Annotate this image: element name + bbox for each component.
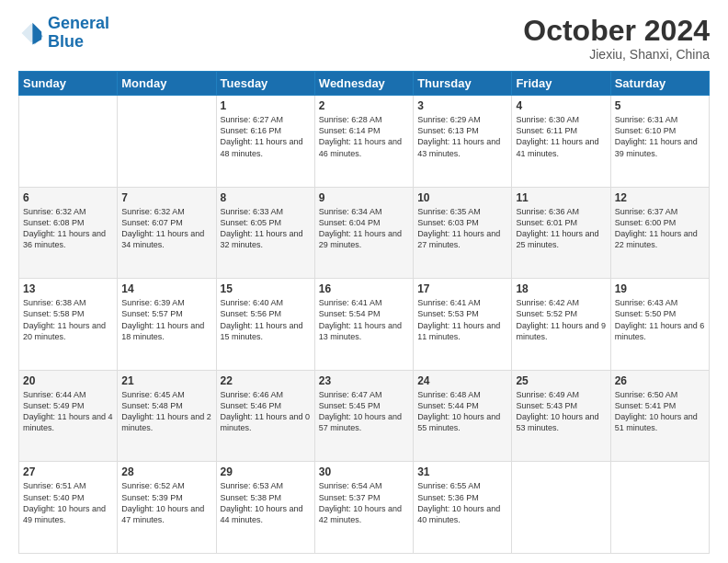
day-number: 13: [23, 282, 113, 295]
day-info: Sunrise: 6:55 AM Sunset: 5:36 PM Dayligh…: [417, 480, 507, 525]
day-info: Sunrise: 6:36 AM Sunset: 6:01 PM Dayligh…: [516, 206, 606, 251]
calendar-cell: 2Sunrise: 6:28 AM Sunset: 6:14 PM Daylig…: [314, 96, 413, 188]
calendar-cell: 12Sunrise: 6:37 AM Sunset: 6:00 PM Dayli…: [610, 187, 709, 279]
day-number: 14: [121, 282, 211, 295]
calendar-cell: 30Sunrise: 6:54 AM Sunset: 5:37 PM Dayli…: [314, 462, 413, 554]
day-info: Sunrise: 6:32 AM Sunset: 6:08 PM Dayligh…: [23, 206, 113, 251]
calendar-cell: 6Sunrise: 6:32 AM Sunset: 6:08 PM Daylig…: [19, 187, 118, 279]
day-info: Sunrise: 6:29 AM Sunset: 6:13 PM Dayligh…: [417, 114, 507, 159]
day-number: 5: [615, 99, 705, 112]
day-info: Sunrise: 6:46 AM Sunset: 5:46 PM Dayligh…: [221, 389, 311, 434]
calendar-cell: [19, 96, 118, 188]
day-info: Sunrise: 6:47 AM Sunset: 5:45 PM Dayligh…: [319, 389, 409, 434]
header: General Blue October 2024 Jiexiu, Shanxi…: [18, 15, 710, 62]
page: General Blue October 2024 Jiexiu, Shanxi…: [0, 0, 728, 563]
calendar-cell: 9Sunrise: 6:34 AM Sunset: 6:04 PM Daylig…: [314, 187, 413, 279]
day-info: Sunrise: 6:41 AM Sunset: 5:54 PM Dayligh…: [319, 297, 409, 342]
day-number: 30: [319, 465, 409, 478]
calendar-cell: [512, 462, 610, 554]
calendar-cell: 23Sunrise: 6:47 AM Sunset: 5:45 PM Dayli…: [314, 370, 413, 462]
weekday-header-sunday: Sunday: [19, 72, 118, 96]
weekday-header-saturday: Saturday: [610, 72, 709, 96]
day-info: Sunrise: 6:32 AM Sunset: 6:07 PM Dayligh…: [121, 206, 211, 251]
day-info: Sunrise: 6:31 AM Sunset: 6:10 PM Dayligh…: [615, 114, 705, 159]
day-number: 28: [121, 465, 211, 478]
day-number: 7: [121, 191, 211, 204]
calendar-cell: 1Sunrise: 6:27 AM Sunset: 6:16 PM Daylig…: [216, 96, 314, 188]
day-number: 17: [417, 282, 507, 295]
calendar-cell: 16Sunrise: 6:41 AM Sunset: 5:54 PM Dayli…: [314, 279, 413, 371]
calendar-cell: 27Sunrise: 6:51 AM Sunset: 5:40 PM Dayli…: [19, 462, 118, 554]
calendar-cell: 8Sunrise: 6:33 AM Sunset: 6:05 PM Daylig…: [216, 187, 314, 279]
calendar-cell: 24Sunrise: 6:48 AM Sunset: 5:44 PM Dayli…: [414, 370, 512, 462]
day-info: Sunrise: 6:48 AM Sunset: 5:44 PM Dayligh…: [417, 389, 507, 434]
calendar-cell: 25Sunrise: 6:49 AM Sunset: 5:43 PM Dayli…: [512, 370, 610, 462]
day-info: Sunrise: 6:45 AM Sunset: 5:48 PM Dayligh…: [121, 389, 211, 434]
day-info: Sunrise: 6:52 AM Sunset: 5:39 PM Dayligh…: [121, 480, 211, 525]
weekday-header-friday: Friday: [512, 72, 610, 96]
day-info: Sunrise: 6:41 AM Sunset: 5:53 PM Dayligh…: [417, 297, 507, 342]
day-info: Sunrise: 6:50 AM Sunset: 5:41 PM Dayligh…: [615, 389, 705, 434]
day-info: Sunrise: 6:38 AM Sunset: 5:58 PM Dayligh…: [23, 297, 113, 342]
calendar-cell: 17Sunrise: 6:41 AM Sunset: 5:53 PM Dayli…: [414, 279, 512, 371]
day-number: 11: [516, 191, 606, 204]
day-number: 21: [121, 374, 211, 387]
location-subtitle: Jiexiu, Shanxi, China: [523, 47, 710, 62]
logo-text: General Blue: [48, 15, 109, 52]
calendar-cell: 29Sunrise: 6:53 AM Sunset: 5:38 PM Dayli…: [216, 462, 314, 554]
calendar-week-row: 20Sunrise: 6:44 AM Sunset: 5:49 PM Dayli…: [19, 370, 710, 462]
day-info: Sunrise: 6:39 AM Sunset: 5:57 PM Dayligh…: [121, 297, 211, 342]
calendar-cell: 28Sunrise: 6:52 AM Sunset: 5:39 PM Dayli…: [118, 462, 216, 554]
calendar-header: SundayMondayTuesdayWednesdayThursdayFrid…: [19, 72, 710, 96]
day-number: 8: [221, 191, 311, 204]
day-number: 12: [615, 191, 705, 204]
day-info: Sunrise: 6:43 AM Sunset: 5:50 PM Dayligh…: [615, 297, 705, 342]
day-number: 29: [221, 465, 311, 478]
day-info: Sunrise: 6:49 AM Sunset: 5:43 PM Dayligh…: [516, 389, 606, 434]
day-info: Sunrise: 6:35 AM Sunset: 6:03 PM Dayligh…: [417, 206, 507, 251]
calendar-cell: 20Sunrise: 6:44 AM Sunset: 5:49 PM Dayli…: [19, 370, 118, 462]
calendar-cell: 31Sunrise: 6:55 AM Sunset: 5:36 PM Dayli…: [414, 462, 512, 554]
day-number: 6: [23, 191, 113, 204]
day-info: Sunrise: 6:27 AM Sunset: 6:16 PM Dayligh…: [221, 114, 311, 159]
day-number: 23: [319, 374, 409, 387]
weekday-header-monday: Monday: [118, 72, 216, 96]
day-info: Sunrise: 6:40 AM Sunset: 5:56 PM Dayligh…: [221, 297, 311, 342]
calendar-week-row: 13Sunrise: 6:38 AM Sunset: 5:58 PM Dayli…: [19, 279, 710, 371]
day-info: Sunrise: 6:53 AM Sunset: 5:38 PM Dayligh…: [221, 480, 311, 525]
day-number: 9: [319, 191, 409, 204]
day-number: 1: [221, 99, 311, 112]
day-info: Sunrise: 6:34 AM Sunset: 6:04 PM Dayligh…: [319, 206, 409, 251]
weekday-header-wednesday: Wednesday: [314, 72, 413, 96]
month-title: October 2024: [523, 15, 710, 47]
logo-line2: Blue: [48, 32, 84, 51]
day-number: 15: [221, 282, 311, 295]
day-info: Sunrise: 6:28 AM Sunset: 6:14 PM Dayligh…: [319, 114, 409, 159]
day-number: 22: [221, 374, 311, 387]
calendar-week-row: 6Sunrise: 6:32 AM Sunset: 6:08 PM Daylig…: [19, 187, 710, 279]
calendar-cell: 11Sunrise: 6:36 AM Sunset: 6:01 PM Dayli…: [512, 187, 610, 279]
day-info: Sunrise: 6:42 AM Sunset: 5:52 PM Dayligh…: [516, 297, 606, 342]
calendar-cell: 13Sunrise: 6:38 AM Sunset: 5:58 PM Dayli…: [19, 279, 118, 371]
day-number: 3: [417, 99, 507, 112]
calendar-body: 1Sunrise: 6:27 AM Sunset: 6:16 PM Daylig…: [19, 96, 710, 554]
day-number: 20: [23, 374, 113, 387]
calendar-cell: 19Sunrise: 6:43 AM Sunset: 5:50 PM Dayli…: [610, 279, 709, 371]
day-number: 4: [516, 99, 606, 112]
title-block: October 2024 Jiexiu, Shanxi, China: [523, 15, 710, 62]
day-info: Sunrise: 6:54 AM Sunset: 5:37 PM Dayligh…: [319, 480, 409, 525]
calendar-cell: 26Sunrise: 6:50 AM Sunset: 5:41 PM Dayli…: [610, 370, 709, 462]
day-number: 25: [516, 374, 606, 387]
calendar-table: SundayMondayTuesdayWednesdayThursdayFrid…: [18, 71, 710, 554]
day-info: Sunrise: 6:30 AM Sunset: 6:11 PM Dayligh…: [516, 114, 606, 159]
day-number: 19: [615, 282, 705, 295]
calendar-cell: 18Sunrise: 6:42 AM Sunset: 5:52 PM Dayli…: [512, 279, 610, 371]
calendar-cell: [610, 462, 709, 554]
calendar-cell: 4Sunrise: 6:30 AM Sunset: 6:11 PM Daylig…: [512, 96, 610, 188]
calendar-week-row: 1Sunrise: 6:27 AM Sunset: 6:16 PM Daylig…: [19, 96, 710, 188]
day-number: 31: [417, 465, 507, 478]
calendar-cell: 10Sunrise: 6:35 AM Sunset: 6:03 PM Dayli…: [414, 187, 512, 279]
calendar-cell: 15Sunrise: 6:40 AM Sunset: 5:56 PM Dayli…: [216, 279, 314, 371]
calendar-cell: [118, 96, 216, 188]
calendar-cell: 22Sunrise: 6:46 AM Sunset: 5:46 PM Dayli…: [216, 370, 314, 462]
